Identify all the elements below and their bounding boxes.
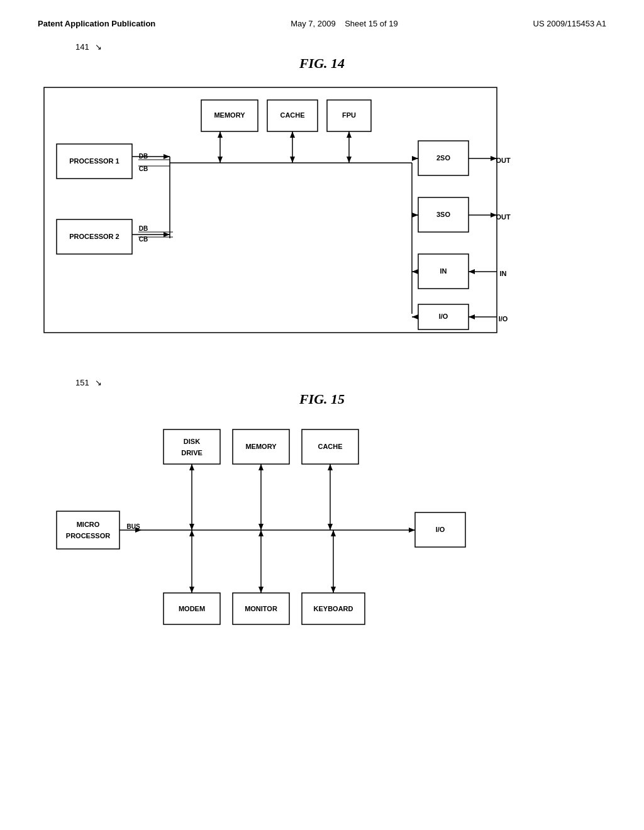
svg-marker-55	[189, 524, 194, 530]
svg-marker-54	[189, 464, 194, 470]
fig15-cache-label: CACHE	[318, 443, 342, 450]
io-box-label: I/O	[439, 313, 448, 320]
svg-marker-24	[164, 232, 170, 237]
svg-marker-38	[412, 269, 418, 274]
cb2-label: CB	[139, 236, 148, 243]
header-right: US 2009/115453 A1	[533, 19, 606, 28]
svg-marker-60	[328, 464, 333, 470]
processor2-label: PROCESSOR 2	[69, 233, 119, 240]
svg-marker-64	[409, 528, 415, 533]
fig15-io-label: I/O	[436, 526, 445, 533]
out2-label: OUT	[496, 213, 511, 221]
fpu-box-label: FPU	[342, 111, 356, 119]
svg-marker-13	[347, 157, 352, 163]
svg-marker-43	[412, 314, 418, 319]
db2-label: DB	[139, 225, 148, 232]
micro-processor-label2: PROCESSOR	[66, 532, 110, 540]
header-center: May 7, 2009 Sheet 15 of 19	[291, 19, 398, 28]
cache-box-label: CACHE	[280, 111, 304, 119]
svg-marker-70	[189, 530, 194, 536]
micro-processor-label: MICRO	[77, 521, 100, 528]
svg-marker-58	[258, 524, 264, 530]
svg-marker-40	[469, 269, 475, 274]
monitor-label: MONITOR	[245, 605, 277, 612]
disk-drive-label: DISK	[184, 438, 200, 445]
svg-marker-9	[290, 131, 295, 138]
processor1-label: PROCESSOR 1	[69, 157, 119, 165]
fig15-arrow: ↘	[95, 378, 102, 387]
fig14-label: 141	[75, 42, 89, 52]
fig15-memory-label: MEMORY	[245, 443, 277, 450]
in-box-label: IN	[440, 267, 447, 275]
svg-marker-7	[218, 157, 223, 163]
svg-marker-73	[258, 530, 264, 536]
in-label: IN	[500, 270, 507, 277]
svg-rect-0	[44, 87, 497, 333]
keyboard-label: KEYBOARD	[314, 605, 353, 612]
page-header: Patent Application Publication May 7, 20…	[38, 19, 606, 28]
fig14-arrow: ↘	[95, 42, 102, 52]
svg-marker-28	[412, 156, 418, 161]
fig15-title: FIG. 15	[38, 391, 606, 407]
svg-marker-45	[469, 314, 475, 319]
svg-marker-75	[331, 587, 336, 593]
svg-marker-76	[331, 530, 336, 536]
2so-label: 2SO	[436, 154, 450, 162]
svg-marker-33	[412, 213, 418, 218]
svg-marker-18	[164, 154, 170, 159]
header-left: Patent Application Publication	[38, 19, 155, 28]
out1-label: OUT	[496, 157, 511, 164]
fig14-container: 141 ↘ FIG. 14 MEMORY CACHE FPU	[38, 41, 606, 339]
fig14-title: FIG. 14	[38, 55, 606, 72]
svg-marker-57	[258, 464, 264, 470]
fig15-diagram: DISK DRIVE MEMORY CACHE MICRO PROCESSOR …	[38, 417, 579, 643]
fig14-diagram: MEMORY CACHE FPU PROCESSOR 1	[38, 81, 579, 339]
svg-marker-10	[290, 157, 295, 163]
svg-marker-6	[218, 131, 223, 138]
fig15-label: 151	[75, 378, 89, 387]
disk-drive-label2: DRIVE	[181, 449, 203, 456]
db1-label: DB	[139, 153, 148, 160]
page: Patent Application Publication May 7, 20…	[0, 0, 644, 830]
svg-marker-72	[258, 587, 264, 593]
3so-label: 3SO	[436, 211, 450, 218]
modem-label: MODEM	[179, 605, 205, 612]
svg-rect-49	[57, 511, 119, 549]
svg-marker-69	[189, 587, 194, 593]
svg-marker-61	[328, 524, 333, 530]
svg-rect-46	[164, 429, 220, 464]
io-label: I/O	[499, 315, 508, 323]
svg-marker-12	[347, 131, 352, 138]
fig15-container: 151 ↘ FIG. 15 DISK DRIVE MEMORY CACHE MI…	[38, 377, 606, 643]
memory-box-label: MEMORY	[214, 111, 245, 119]
